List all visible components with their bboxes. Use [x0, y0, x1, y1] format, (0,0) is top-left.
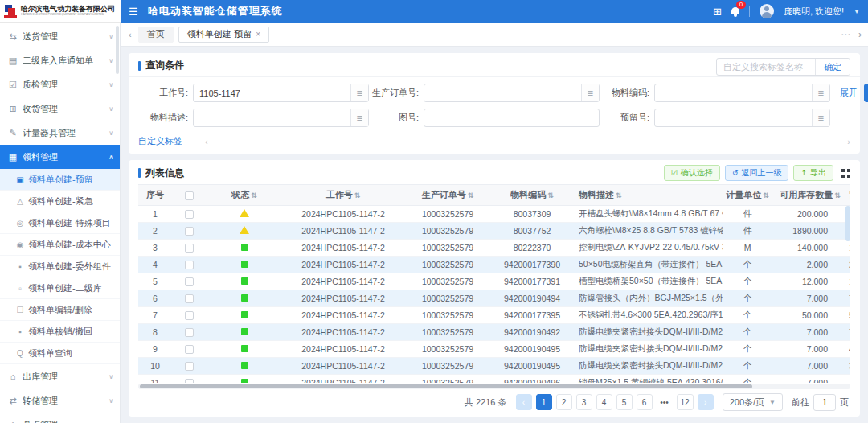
- column-header-计量单位[interactable]: 计量单位⇅: [723, 185, 772, 205]
- custom-tag-name-input[interactable]: [717, 62, 815, 72]
- sidebar-item-measuring-tools[interactable]: ✎计量器具管理∨: [0, 121, 120, 145]
- table-row[interactable]: 42024HPC1105-1147-2100032525799420001773…: [138, 256, 850, 273]
- tab-close-icon[interactable]: ×: [256, 30, 260, 39]
- sort-icon[interactable]: ⇅: [547, 191, 554, 199]
- table-row[interactable]: 22024HPC1105-1147-21000325257980037752六角…: [138, 222, 850, 239]
- column-header-物料编码[interactable]: 物料编码⇅: [492, 185, 572, 205]
- multi-value-icon[interactable]: ≣: [812, 84, 829, 101]
- multi-value-icon[interactable]: ≣: [812, 109, 829, 126]
- back-button[interactable]: ↺ 返回上一级: [725, 165, 789, 181]
- column-header-工作号[interactable]: 工作号⇅: [283, 185, 403, 205]
- tabs-scroll-left-icon[interactable]: ‹: [127, 30, 133, 39]
- notification-bell-icon[interactable]: 0: [731, 6, 739, 17]
- 物料描述-input[interactable]: [194, 113, 350, 123]
- sort-icon[interactable]: ⇅: [354, 191, 361, 199]
- sidebar-item-inbound-notice[interactable]: ▤二级库入库通知单∨: [0, 48, 120, 72]
- sort-icon[interactable]: ⇅: [763, 191, 769, 199]
- page-button-6[interactable]: 6: [637, 394, 653, 410]
- sidebar-scrollbar[interactable]: [116, 26, 119, 74]
- row-checkbox[interactable]: [185, 311, 194, 320]
- sidebar-item-transfer[interactable]: ⇄转储管理∨: [0, 388, 120, 413]
- sidebar-subitem-query[interactable]: Q领料单查询: [0, 343, 120, 364]
- sidebar-item-receiving[interactable]: ⊞收货管理∨: [0, 97, 120, 121]
- column-header-状态[interactable]: 状态⇅: [206, 185, 283, 205]
- multi-value-icon[interactable]: ≣: [350, 84, 368, 101]
- sidebar-subitem-create-secondary[interactable]: ▫领料单创建-二级库: [0, 277, 120, 299]
- sidebar-subitem-writeoff-recall[interactable]: ▪领料单核销/撤回: [0, 321, 120, 343]
- page-button-4[interactable]: 4: [596, 394, 612, 410]
- sidebar-collapse-icon[interactable]: ☰: [129, 6, 138, 18]
- column-header-物料描述[interactable]: 物料描述⇅: [572, 185, 723, 205]
- column-header-需求数量[interactable]: 需求数量⇅: [849, 185, 850, 205]
- tab-领料单创建-预留[interactable]: 领料单创建-预留×: [178, 27, 270, 43]
- tabs-more-icon[interactable]: ⋯: [841, 29, 850, 40]
- goto-page-input[interactable]: [813, 394, 836, 411]
- sidebar-subitem-create-urgent[interactable]: △领料单创建-紧急: [0, 191, 120, 212]
- table-row[interactable]: 112024HPC1105-1147-210003252579942000190…: [138, 374, 850, 383]
- row-checkbox[interactable]: [185, 244, 194, 253]
- table-row[interactable]: 62024HPC1105-1147-2100032525799420001904…: [138, 290, 850, 306]
- tabs-scroll-right-icon[interactable]: ›: [858, 29, 862, 40]
- row-checkbox[interactable]: [185, 261, 194, 269]
- sidebar-subitem-create-reserve[interactable]: ▣领料单创建-预留: [0, 169, 120, 191]
- table-row[interactable]: 82024HPC1105-1147-2100032525799420001904…: [138, 323, 850, 340]
- column-settings-icon[interactable]: [841, 169, 850, 178]
- expand-link[interactable]: 展开: [840, 87, 858, 99]
- sort-icon[interactable]: ⇅: [468, 191, 474, 199]
- 工作号-input[interactable]: [194, 88, 350, 98]
- next-page-button[interactable]: ›: [698, 394, 714, 410]
- column-header-生产订单号[interactable]: 生产订单号⇅: [403, 185, 492, 205]
- sort-icon[interactable]: ⇅: [616, 191, 622, 199]
- table-row[interactable]: 12024HPC1105-1147-21000325257980037309开槽…: [138, 205, 850, 222]
- page-button-1[interactable]: 1: [536, 394, 552, 410]
- table-row[interactable]: 92024HPC1105-1147-2100032525799420001904…: [138, 340, 850, 357]
- tag-confirm-button[interactable]: 确定: [815, 59, 850, 75]
- sidebar-subitem-create-cost-center[interactable]: ◉领料单创建-成本中心: [0, 234, 120, 256]
- row-checkbox[interactable]: [185, 362, 194, 371]
- row-checkbox[interactable]: [185, 227, 194, 236]
- sort-icon[interactable]: ⇅: [251, 191, 257, 199]
- row-checkbox[interactable]: [185, 379, 194, 383]
- page-button-2[interactable]: 2: [556, 394, 572, 410]
- table-horizontal-scrollbar[interactable]: [138, 384, 850, 389]
- sidebar-subitem-edit-delete[interactable]: ☐领料单编辑/删除: [0, 299, 120, 321]
- sidebar-item-quality[interactable]: ☑质检管理∨: [0, 72, 120, 97]
- sidebar-item-delivery[interactable]: ⇆送货管理∨: [0, 24, 120, 48]
- 生产订单号-input[interactable]: [424, 88, 581, 98]
- sidebar-subitem-create-outsourced[interactable]: ▪领料单创建-委外组件: [0, 256, 120, 277]
- avatar[interactable]: [760, 4, 774, 18]
- row-checkbox[interactable]: [185, 328, 194, 337]
- user-menu-caret-icon[interactable]: ▼: [854, 8, 860, 15]
- multi-value-icon[interactable]: ≣: [350, 109, 368, 126]
- row-checkbox[interactable]: [185, 345, 194, 354]
- page-button-5[interactable]: 5: [616, 394, 633, 410]
- table-row[interactable]: 52024HPC1105-1147-2100032525799420001773…: [138, 273, 850, 290]
- table-vertical-scrollbar[interactable]: [845, 206, 850, 241]
- 图号-input[interactable]: [424, 113, 599, 123]
- header-checkbox[interactable]: [185, 191, 194, 200]
- column-header-可用库存数量[interactable]: 可用库存数量⇅: [772, 185, 849, 205]
- sidebar-subitem-create-special[interactable]: ◎领料单创建-特殊项目: [0, 212, 120, 234]
- tags-next-icon[interactable]: ›: [847, 137, 850, 146]
- 物料编码-input[interactable]: [655, 88, 812, 98]
- tags-prev-icon[interactable]: ‹: [205, 137, 208, 146]
- page-button-3[interactable]: 3: [576, 394, 592, 410]
- prev-page-button[interactable]: ‹: [516, 394, 532, 410]
- fullscreen-icon[interactable]: ⊞: [713, 6, 722, 18]
- tab-首页[interactable]: 首页: [138, 27, 174, 43]
- custom-tag-link[interactable]: 自定义标签: [138, 135, 182, 147]
- multi-value-icon[interactable]: ≣: [581, 84, 599, 101]
- page-button-12[interactable]: 12: [677, 394, 694, 410]
- table-row[interactable]: 32024HPC1105-1147-21000325257980222370控制…: [138, 239, 850, 256]
- sidebar-item-outbound[interactable]: ⌂出库管理∨: [0, 364, 120, 388]
- 预留号-input[interactable]: [655, 113, 812, 123]
- sidebar-item-stocktake[interactable]: ◇盘点管理∨: [0, 413, 120, 423]
- row-checkbox[interactable]: [185, 294, 194, 303]
- sidebar-item-material-requisition[interactable]: ▦领料管理∧: [0, 145, 120, 169]
- table-row[interactable]: 72024HPC1105-1147-2100032525799420001773…: [138, 306, 850, 323]
- search-button[interactable]: 查询: [864, 84, 868, 102]
- page-size-select[interactable]: 200条/页 ▼: [723, 393, 783, 411]
- export-button[interactable]: ↥ 导出: [793, 165, 833, 181]
- table-row[interactable]: 102024HPC1105-1147-210003252579942000190…: [138, 357, 850, 374]
- row-checkbox[interactable]: [185, 277, 194, 286]
